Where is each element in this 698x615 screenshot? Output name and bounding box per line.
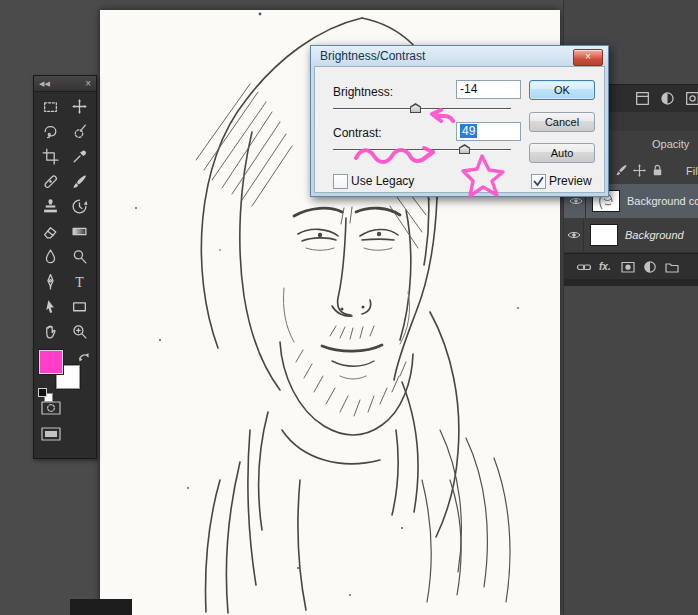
screen-mode-icon [41,427,61,441]
brightness-label: Brightness: [333,85,393,99]
crop-icon [42,148,59,165]
eyedropper-icon [71,148,88,165]
pen-icon [42,273,59,290]
brightness-value: -14 [460,82,477,96]
quick-mask-icon [41,401,61,415]
link-layers-icon[interactable] [576,259,592,279]
brightness-slider-thumb[interactable] [410,103,421,113]
tool-eraser[interactable] [36,219,65,244]
contrast-value-selected: 49 [460,124,477,138]
gradient-icon [71,223,88,240]
clone-stamp-icon [42,198,59,215]
tool-crop[interactable] [36,144,65,169]
visibility-toggle[interactable] [564,218,584,252]
eye-icon [569,196,583,206]
contrast-slider-thumb[interactable] [459,144,470,154]
close-icon: × [585,51,591,62]
tool-clone-stamp[interactable] [36,194,65,219]
layer-name: Background copy [627,195,698,207]
brightness-input[interactable]: -14 [456,80,521,99]
layers-panel-bottom-bar: fx. [564,253,698,280]
contrast-input[interactable]: 49 [456,122,521,141]
collapse-panel-icon[interactable]: ◀◀ [39,80,50,88]
healing-brush-icon [42,173,59,190]
checkmark-icon [532,175,545,188]
tool-eyedropper[interactable] [65,144,94,169]
default-colors-icon[interactable] [38,388,52,401]
quick-mask-button[interactable] [41,401,61,419]
tool-move[interactable] [65,94,94,119]
brightness-slider-track[interactable] [333,108,511,109]
screen-mode-button[interactable] [41,427,61,445]
lock-position-icon[interactable] [632,163,647,182]
tools-panel-header[interactable]: ◀◀ × [34,76,96,92]
layer-name: Background [625,229,684,241]
tool-brush[interactable] [65,169,94,194]
layer-style-fx-icon[interactable]: fx. [599,261,611,272]
dock-panel-icon-3[interactable] [684,90,698,111]
tool-path-selection[interactable] [36,294,65,319]
tool-spot-healing-brush[interactable] [36,169,65,194]
close-button[interactable]: × [573,49,603,66]
tool-shape[interactable] [65,294,94,319]
adjustment-layer-icon[interactable] [642,259,658,279]
layer-row-background[interactable]: Background [564,218,698,253]
tool-rectangular-marquee[interactable] [36,94,65,119]
tool-type[interactable]: T [65,269,94,294]
zoom-icon [71,323,88,340]
fill-label: Fill [686,165,698,177]
brush-icon [71,173,88,190]
lasso-icon [42,123,59,140]
marquee-icon [42,98,59,115]
preview-checkbox[interactable] [531,174,546,189]
tool-lasso[interactable] [36,119,65,144]
use-legacy-label: Use Legacy [351,174,414,188]
tool-history-brush[interactable] [65,194,94,219]
eraser-icon [42,223,59,240]
hand-icon [42,323,59,340]
eye-icon [567,230,581,240]
dodge-icon [71,248,88,265]
auto-button[interactable]: Auto [529,143,595,163]
dock-panel-icon-2[interactable] [659,90,676,111]
type-icon: T [71,273,88,290]
tool-blur[interactable] [36,244,65,269]
dock-panel-icon-1[interactable] [634,90,651,111]
move-icon [71,98,88,115]
tool-dodge[interactable] [65,244,94,269]
tools-panel: ◀◀ × T [33,75,97,459]
swap-colors-icon[interactable] [78,348,90,366]
pasteboard-shadow [70,599,132,615]
contrast-slider-track[interactable] [333,149,511,150]
tool-pen[interactable] [36,269,65,294]
dialog-title[interactable]: Brightness/Contrast [320,49,425,63]
cancel-button[interactable]: Cancel [529,112,595,132]
path-selection-icon [42,298,59,315]
quick-selection-icon [71,123,88,140]
brightness-contrast-dialog: Brightness/Contrast × Brightness: -14 OK… [310,45,609,197]
use-legacy-checkbox[interactable] [333,174,348,189]
tool-zoom[interactable] [65,319,94,344]
tool-gradient[interactable] [65,219,94,244]
tool-quick-selection[interactable] [65,119,94,144]
lock-all-icon[interactable] [650,163,665,182]
history-brush-icon [71,198,88,215]
foreground-color-swatch[interactable] [39,350,63,374]
panel-bottom-edge [564,279,698,286]
contrast-label: Contrast: [333,126,382,140]
new-group-folder-icon[interactable] [664,259,680,279]
photoshop-workspace: ◀◀ × T [0,0,698,615]
tool-hand[interactable] [36,319,65,344]
opacity-label: Opacity [652,138,689,150]
preview-label: Preview [549,174,592,188]
rectangle-shape-icon [71,298,88,315]
ok-button[interactable]: OK [529,80,595,100]
color-swatches [38,348,92,400]
lock-image-brush-icon[interactable] [614,163,629,182]
layer-mask-icon[interactable] [620,259,636,279]
tool-grid: T [36,94,94,344]
svg-text:T: T [75,275,84,290]
close-panel-icon[interactable]: × [85,79,91,89]
layer-thumbnail[interactable] [590,224,618,246]
blur-drop-icon [42,248,59,265]
